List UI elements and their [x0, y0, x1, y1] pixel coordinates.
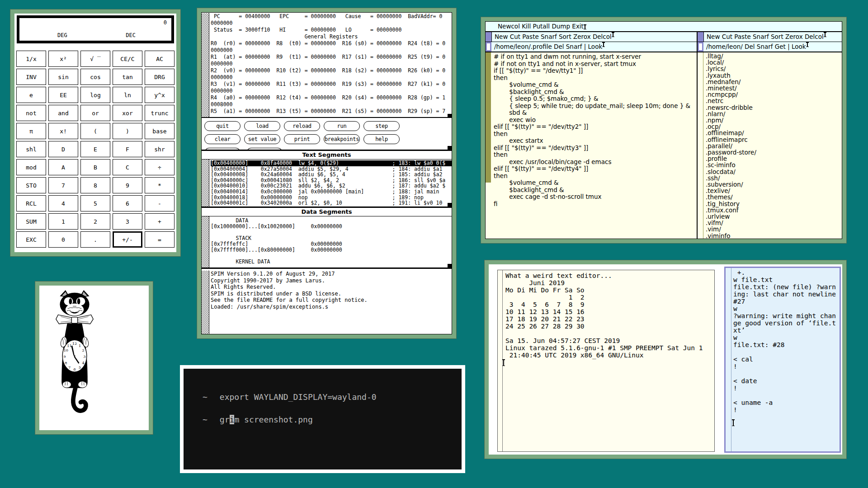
file-entry[interactable]: .sc-iminfo [706, 162, 842, 168]
calc-key[interactable]: + [145, 213, 175, 230]
resize-handle[interactable] [448, 203, 452, 207]
acme-main-tag-text[interactable]: Newcol Kill Putall Dump Exit [498, 23, 584, 30]
spim-button[interactable]: print [284, 134, 320, 144]
calc-key[interactable]: ( [80, 123, 110, 139]
spim-register-scrollbar[interactable] [202, 13, 209, 117]
calc-key[interactable]: and [48, 105, 78, 121]
acme-column-tag[interactable]: New Cut Paste Snarf Sort Zerox Delcol [486, 32, 697, 42]
file-entry[interactable]: .ssh/ [706, 175, 842, 181]
calc-key[interactable]: . [80, 231, 110, 248]
file-entry[interactable]: .tmux.conf [706, 207, 842, 213]
acme-scrollbar[interactable] [486, 52, 491, 239]
file-entry[interactable]: .offlineimaprc [706, 136, 842, 143]
calc-key[interactable]: +/- [113, 231, 142, 248]
calc-key[interactable]: RCL [16, 195, 46, 211]
spim-button[interactable]: quit [204, 121, 241, 131]
sam-file-text[interactable]: What a weird text editor... Juni 2019 Mo… [505, 272, 714, 359]
file-entry[interactable]: .urlview [706, 213, 842, 220]
calc-key[interactable]: INV [16, 69, 46, 85]
file-entry[interactable]: .nlarn/ [706, 111, 842, 117]
calc-key[interactable]: trunc [145, 105, 175, 121]
file-entry[interactable]: .lltag/ [706, 53, 842, 59]
file-entry[interactable]: .slocdata/ [706, 169, 842, 175]
file-entry[interactable]: .ncmpcpp/ [706, 91, 842, 98]
acme-window-tag-text[interactable]: /home/leon/ Del Snarf Get | Look [703, 42, 806, 52]
acme-scrollbar[interactable] [698, 52, 703, 239]
spim-button[interactable]: run [324, 121, 360, 131]
spim-button[interactable]: set value [244, 134, 280, 144]
calc-key[interactable]: ÷ [145, 159, 175, 175]
calc-key[interactable]: 5 [80, 195, 110, 211]
file-entry[interactable]: .vim/ [706, 226, 842, 232]
calc-key[interactable]: 1 [48, 213, 78, 230]
calc-key[interactable]: 1/x [16, 51, 46, 67]
sam-scroll-divider[interactable] [731, 268, 731, 451]
spim-messages-scrollbar[interactable] [202, 271, 209, 334]
sam-file-pane[interactable]: What a weird text editor... Juni 2019 Mo… [497, 270, 715, 452]
calc-key[interactable]: 2 [80, 213, 110, 230]
column-drag-box-icon[interactable] [486, 32, 492, 42]
file-entry[interactable]: .mednafen/ [706, 79, 842, 85]
file-entry[interactable]: .ocp/ [706, 123, 842, 130]
calc-key[interactable]: - [145, 195, 175, 211]
calc-key[interactable]: base [145, 123, 175, 139]
calc-key[interactable]: log [80, 87, 110, 103]
file-entry[interactable]: .offlineimap/ [706, 130, 842, 136]
acme-column-tag[interactable]: New Cut Paste Snarf Sort Zerox Delcol [698, 32, 842, 42]
sam-command-text[interactable]: +. w file.txt file.txt: (new file) ?warn… [733, 269, 840, 413]
acme-column-tag-text[interactable]: New Cut Paste Snarf Sort Zerox Delcol [704, 32, 824, 42]
acme-main-tag[interactable]: Newcol Kill Putall Dump Exit [486, 22, 842, 32]
calc-key[interactable]: shl [16, 141, 46, 157]
file-entry[interactable]: .npm/ [706, 117, 842, 123]
sam-scroll-divider[interactable] [502, 270, 503, 451]
window-drag-box-icon[interactable] [698, 42, 703, 52]
file-entry[interactable]: .lyxauth [706, 72, 842, 79]
calc-key[interactable]: ) [113, 123, 142, 139]
acme-directory-body[interactable]: .lltag/.local/.lyrics/.lyxauth.mednafen/… [698, 52, 842, 239]
calc-key[interactable]: 4 [48, 195, 78, 211]
file-entry[interactable]: .vifm/ [706, 220, 842, 226]
spim-button[interactable]: help [363, 134, 400, 144]
calc-key[interactable]: DRG [145, 69, 175, 85]
terminal-content[interactable]: ~export WAYLAND_DISPLAY=wayland-0 ~grim … [184, 369, 462, 425]
calc-key[interactable]: 0 [48, 231, 78, 248]
resize-handle[interactable] [448, 264, 452, 268]
file-entry[interactable]: .texlive/ [706, 188, 842, 194]
acme-column-tag-text[interactable]: New Cut Paste Snarf Sort Zerox Delcol [492, 32, 612, 42]
file-entry[interactable]: .subversion/ [706, 181, 842, 188]
calc-key[interactable]: tan [113, 69, 142, 85]
calc-key[interactable]: D [48, 141, 78, 157]
file-entry[interactable]: .parallel/ [706, 143, 842, 149]
calc-key[interactable]: C [113, 159, 142, 175]
calc-key[interactable]: y^x [145, 87, 175, 103]
acme-window-tag-text[interactable]: /home/leon/.profile Del Snarf | Look [491, 42, 602, 52]
calc-key[interactable]: = [145, 231, 175, 248]
window-drag-box-icon[interactable] [486, 42, 491, 52]
calc-key[interactable]: SUM [16, 213, 46, 230]
calc-key[interactable]: STO [16, 177, 46, 193]
calc-key[interactable]: F [113, 141, 142, 157]
spim-button[interactable]: step [363, 121, 400, 131]
file-entry[interactable]: .netrc [706, 98, 842, 104]
scrollbar-thumb[interactable] [486, 183, 491, 239]
acme-window-tag-home[interactable]: /home/leon/ Del Snarf Get | Look [698, 42, 842, 52]
calc-key[interactable]: π [16, 123, 46, 139]
calc-key[interactable]: A [48, 159, 78, 175]
text-segments-scrollbar[interactable] [202, 160, 209, 206]
calc-key[interactable]: e [16, 87, 46, 103]
file-entry[interactable]: .tig_history [706, 201, 842, 207]
file-entry[interactable]: .newsrc-dribble [706, 104, 842, 111]
calc-key[interactable]: or [80, 105, 110, 121]
calc-key[interactable]: √ ‾ [80, 51, 110, 67]
calc-key[interactable]: CE/C [113, 51, 142, 67]
file-entry[interactable]: .themes/ [706, 194, 842, 200]
resize-handle[interactable] [448, 114, 452, 118]
spim-button[interactable]: reload [284, 121, 320, 131]
calc-key[interactable]: x² [48, 51, 78, 67]
resize-handle[interactable] [448, 146, 452, 150]
calc-key[interactable]: 9 [113, 177, 142, 193]
spim-button[interactable]: load [244, 121, 280, 131]
file-entry[interactable]: .lyrics/ [706, 66, 842, 72]
file-entry[interactable]: .profile [706, 155, 842, 162]
spim-button[interactable]: breakpoints [324, 134, 360, 144]
